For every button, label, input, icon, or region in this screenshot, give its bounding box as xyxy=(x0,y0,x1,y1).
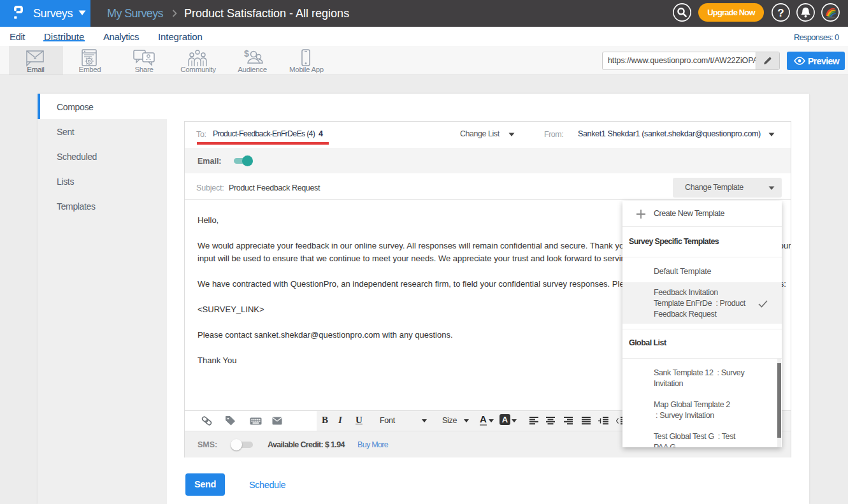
svg-text:$: $ xyxy=(244,49,249,59)
svg-text:?: ? xyxy=(777,7,784,19)
